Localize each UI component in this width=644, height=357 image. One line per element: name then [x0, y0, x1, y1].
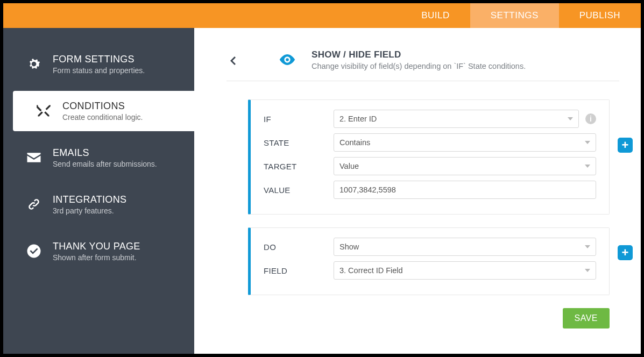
state-select[interactable]: Contains — [334, 133, 596, 152]
sidebar-item-title: THANK YOU PAGE — [53, 241, 182, 252]
back-button[interactable] — [227, 49, 239, 72]
sidebar-item-emails[interactable]: EMAILS Send emails after submissions. — [3, 138, 194, 178]
state-label: STATE — [264, 138, 334, 147]
state-value: Contains — [339, 138, 370, 147]
do-select[interactable]: Show — [334, 238, 596, 256]
do-value: Show — [339, 242, 359, 251]
do-label: DO — [264, 242, 334, 252]
save-button[interactable]: SAVE — [563, 308, 610, 329]
sidebar-item-form-settings[interactable]: FORM SETTINGS Form status and properties… — [3, 44, 194, 84]
tab-publish[interactable]: PUBLISH — [559, 3, 641, 28]
sidebar-item-sub: 3rd party features. — [53, 206, 182, 215]
target-value: Value — [339, 162, 359, 170]
link-icon — [25, 195, 43, 213]
chevron-down-icon — [585, 269, 590, 272]
chevron-down-icon — [585, 245, 590, 248]
if-label: IF — [264, 115, 334, 124]
envelope-icon — [25, 148, 43, 167]
page-subtitle: Change visibility of field(s) depending … — [312, 62, 619, 70]
target-select[interactable]: Value — [334, 157, 596, 175]
value-input[interactable] — [334, 181, 596, 199]
sidebar-item-sub: Form status and properties. — [53, 66, 182, 75]
sidebar-item-title: EMAILS — [53, 147, 182, 159]
check-circle-icon — [25, 242, 43, 260]
sidebar-item-title: CONDITIONS — [62, 101, 182, 112]
info-icon[interactable]: i — [585, 113, 596, 124]
field-value: 3. Correct ID Field — [339, 266, 403, 275]
sidebar-item-conditions[interactable]: CONDITIONS Create conditional logic. — [13, 91, 194, 131]
sidebar-item-title: INTEGRATIONS — [53, 194, 182, 205]
gear-icon — [25, 55, 43, 73]
chevron-down-icon — [585, 141, 590, 144]
page-title: SHOW / HIDE FIELD — [312, 49, 619, 60]
tab-settings[interactable]: SETTINGS — [470, 3, 559, 28]
chevron-down-icon — [585, 165, 590, 168]
if-field-value: 2. Enter ID — [339, 115, 377, 123]
condition-panel: IF 2. Enter ID i STATE Contains TARGET — [248, 99, 610, 215]
field-label: FIELD — [264, 266, 334, 275]
add-action-button[interactable]: + — [618, 245, 633, 260]
field-select[interactable]: 3. Correct ID Field — [334, 261, 596, 280]
tools-icon — [34, 102, 53, 120]
settings-sidebar: FORM SETTINGS Form status and properties… — [3, 28, 194, 354]
sidebar-item-sub: Shown after form submit. — [53, 253, 182, 262]
sidebar-item-thankyou[interactable]: THANK YOU PAGE Shown after form submit. — [3, 231, 194, 272]
top-tabbar: BUILD SETTINGS PUBLISH — [3, 3, 641, 28]
target-label: TARGET — [264, 162, 334, 171]
sidebar-item-sub: Send emails after submissions. — [53, 160, 182, 168]
main-panel: SHOW / HIDE FIELD Change visibility of f… — [194, 28, 641, 354]
tab-build[interactable]: BUILD — [401, 3, 470, 28]
sidebar-item-title: FORM SETTINGS — [53, 54, 182, 65]
sidebar-item-sub: Create conditional logic. — [62, 113, 182, 122]
action-panel: DO Show FIELD 3. Correct ID Field + — [248, 227, 610, 295]
add-condition-button[interactable]: + — [618, 138, 633, 153]
eye-icon — [278, 49, 296, 71]
value-label: VALUE — [264, 185, 334, 195]
if-field-select[interactable]: 2. Enter ID — [334, 110, 579, 128]
sidebar-item-integrations[interactable]: INTEGRATIONS 3rd party features. — [3, 184, 194, 225]
chevron-down-icon — [568, 117, 573, 120]
